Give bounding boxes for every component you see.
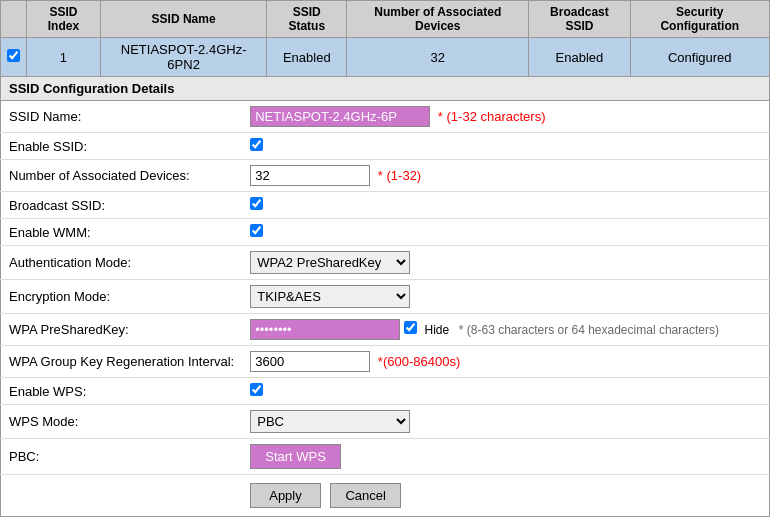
enable-wps-row: Enable WPS: — [1, 378, 770, 405]
row-status: Enabled — [267, 38, 347, 77]
enable-wps-checkbox[interactable] — [250, 383, 263, 396]
enable-wps-cell — [242, 378, 769, 405]
enc-mode-cell: TKIP&AES TKIP AES — [242, 280, 769, 314]
enable-ssid-row: Enable SSID: — [1, 133, 770, 160]
broadcast-ssid-row: Broadcast SSID: — [1, 192, 770, 219]
config-table: SSID Name: * (1-32 characters) Enable SS… — [0, 101, 770, 517]
pbc-row: PBC: Start WPS — [1, 439, 770, 475]
enable-wps-label: Enable WPS: — [1, 378, 243, 405]
enc-mode-select[interactable]: TKIP&AES TKIP AES — [250, 285, 410, 308]
col-num-devices: Number of Associated Devices — [347, 1, 529, 38]
action-label-cell — [1, 475, 243, 517]
enc-mode-label: Encryption Mode: — [1, 280, 243, 314]
apply-button[interactable]: Apply — [250, 483, 321, 508]
enc-mode-row: Encryption Mode: TKIP&AES TKIP AES — [1, 280, 770, 314]
group-key-label: WPA Group Key Regeneration Interval: — [1, 346, 243, 378]
ssid-name-hint: * (1-32 characters) — [438, 109, 546, 124]
auth-mode-row: Authentication Mode: WPA2 PreSharedKey W… — [1, 246, 770, 280]
col-security: Security Configuration — [630, 1, 769, 38]
start-wps-button[interactable]: Start WPS — [250, 444, 341, 469]
auth-mode-cell: WPA2 PreSharedKey WPA PreSharedKey None — [242, 246, 769, 280]
row-security: Configured — [630, 38, 769, 77]
enable-wmm-label: Enable WMM: — [1, 219, 243, 246]
section-title: SSID Configuration Details — [0, 77, 770, 101]
ssid-table: SSID Index SSID Name SSID Status Number … — [0, 0, 770, 77]
ssid-name-value-cell: * (1-32 characters) — [242, 101, 769, 133]
broadcast-ssid-label: Broadcast SSID: — [1, 192, 243, 219]
row-checkbox-cell[interactable] — [1, 38, 27, 77]
ssid-name-row: SSID Name: * (1-32 characters) — [1, 101, 770, 133]
preshared-label: WPA PreSharedKey: — [1, 314, 243, 346]
row-ssid-name: NETIASPOT-2.4GHz-6PN2 — [100, 38, 267, 77]
enable-ssid-cell — [242, 133, 769, 160]
num-devices-row: Number of Associated Devices: * (1-32) — [1, 160, 770, 192]
hide-label: Hide — [424, 323, 449, 337]
col-ssid-status: SSID Status — [267, 1, 347, 38]
main-container: SSID Index SSID Name SSID Status Number … — [0, 0, 770, 517]
enable-wmm-checkbox[interactable] — [250, 224, 263, 237]
preshared-cell: Hide * (8-63 characters or 64 hexadecima… — [242, 314, 769, 346]
auth-mode-label: Authentication Mode: — [1, 246, 243, 280]
hide-checkbox[interactable] — [404, 321, 417, 334]
table-row[interactable]: 1 NETIASPOT-2.4GHz-6PN2 Enabled 32 Enabl… — [1, 38, 770, 77]
group-key-hint: *(600-86400s) — [378, 354, 460, 369]
num-devices-cell: * (1-32) — [242, 160, 769, 192]
auth-mode-select[interactable]: WPA2 PreSharedKey WPA PreSharedKey None — [250, 251, 410, 274]
pbc-cell: Start WPS — [242, 439, 769, 475]
group-key-cell: *(600-86400s) — [242, 346, 769, 378]
group-key-input[interactable] — [250, 351, 370, 372]
wps-mode-row: WPS Mode: PBC PIN — [1, 405, 770, 439]
row-checkbox[interactable] — [7, 49, 20, 62]
cancel-button[interactable]: Cancel — [330, 483, 400, 508]
wps-mode-label: WPS Mode: — [1, 405, 243, 439]
col-ssid-index: SSID Index — [27, 1, 101, 38]
row-broadcast: Enabled — [529, 38, 630, 77]
ssid-name-input[interactable] — [250, 106, 430, 127]
enable-wmm-cell — [242, 219, 769, 246]
broadcast-ssid-checkbox[interactable] — [250, 197, 263, 210]
row-index: 1 — [27, 38, 101, 77]
preshared-hint: * (8-63 characters or 64 hexadecimal cha… — [459, 323, 719, 337]
action-buttons-cell: Apply Cancel — [242, 475, 769, 517]
row-devices: 32 — [347, 38, 529, 77]
ssid-name-label: SSID Name: — [1, 101, 243, 133]
col-broadcast: Broadcast SSID — [529, 1, 630, 38]
col-ssid-name: SSID Name — [100, 1, 267, 38]
enable-ssid-label: Enable SSID: — [1, 133, 243, 160]
wps-mode-select[interactable]: PBC PIN — [250, 410, 410, 433]
preshared-input[interactable] — [250, 319, 400, 340]
group-key-row: WPA Group Key Regeneration Interval: *(6… — [1, 346, 770, 378]
broadcast-ssid-cell — [242, 192, 769, 219]
preshared-row: WPA PreSharedKey: Hide * (8-63 character… — [1, 314, 770, 346]
num-devices-input[interactable] — [250, 165, 370, 186]
wps-mode-cell: PBC PIN — [242, 405, 769, 439]
action-row: Apply Cancel — [1, 475, 770, 517]
num-devices-label: Number of Associated Devices: — [1, 160, 243, 192]
pbc-label: PBC: — [1, 439, 243, 475]
col-checkbox — [1, 1, 27, 38]
enable-ssid-checkbox[interactable] — [250, 138, 263, 151]
num-devices-hint: * (1-32) — [378, 168, 421, 183]
enable-wmm-row: Enable WMM: — [1, 219, 770, 246]
